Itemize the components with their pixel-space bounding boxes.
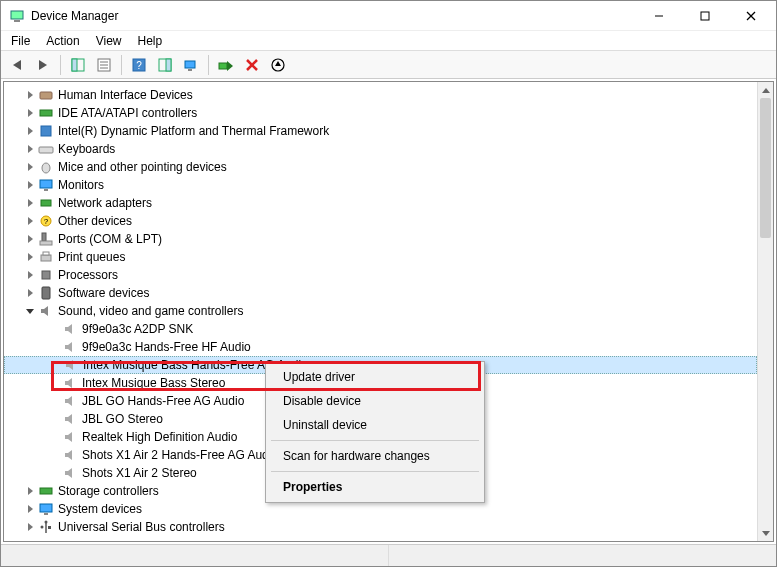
ctx-uninstall-device[interactable]: Uninstall device bbox=[269, 413, 481, 437]
ports-icon bbox=[38, 231, 54, 247]
svg-rect-29 bbox=[40, 180, 52, 188]
scan-hardware-button[interactable] bbox=[179, 53, 203, 77]
expand-icon[interactable] bbox=[24, 125, 36, 137]
update-driver-button[interactable] bbox=[266, 53, 290, 77]
scrollbar-track[interactable] bbox=[758, 98, 773, 525]
speaker-icon bbox=[63, 357, 79, 373]
svg-rect-30 bbox=[44, 189, 48, 191]
menu-file[interactable]: File bbox=[3, 32, 38, 50]
expand-icon[interactable] bbox=[24, 233, 36, 245]
expand-icon[interactable] bbox=[24, 269, 36, 281]
ctx-item-label: Properties bbox=[283, 480, 342, 494]
svg-marker-44 bbox=[65, 378, 72, 388]
svg-point-28 bbox=[42, 163, 50, 173]
tree-item-label: Mice and other pointing devices bbox=[58, 160, 227, 174]
enable-device-button[interactable] bbox=[214, 53, 238, 77]
tree-item-label: 9f9e0a3c A2DP SNK bbox=[82, 322, 193, 336]
svg-rect-25 bbox=[40, 110, 52, 116]
svg-text:?: ? bbox=[44, 217, 49, 226]
ctx-update-driver[interactable]: Update driver bbox=[269, 365, 481, 389]
uninstall-device-button[interactable] bbox=[240, 53, 264, 77]
tree-item-hid[interactable]: Human Interface Devices bbox=[4, 86, 757, 104]
svg-marker-43 bbox=[66, 360, 73, 370]
action-pane-button[interactable] bbox=[153, 53, 177, 77]
tree-item-software[interactable]: Software devices bbox=[4, 284, 757, 302]
expand-icon[interactable] bbox=[24, 161, 36, 173]
scrollbar-thumb[interactable] bbox=[760, 98, 771, 238]
tree-item-processors[interactable]: Processors bbox=[4, 266, 757, 284]
ctx-item-label: Update driver bbox=[283, 370, 355, 384]
vertical-scrollbar[interactable] bbox=[757, 82, 773, 541]
expand-icon[interactable] bbox=[24, 251, 36, 263]
tree-item-label: Processors bbox=[58, 268, 118, 282]
tree-item-label: JBL GO Hands-Free AG Audio bbox=[82, 394, 244, 408]
tree-item-usb[interactable]: Universal Serial Bus controllers bbox=[4, 518, 757, 536]
tree-item-other[interactable]: ? Other devices bbox=[4, 212, 757, 230]
expand-icon[interactable] bbox=[24, 485, 36, 497]
tree-item-keyboards[interactable]: Keyboards bbox=[4, 140, 757, 158]
scroll-down-button[interactable] bbox=[758, 525, 773, 541]
tree-item-intel[interactable]: Intel(R) Dynamic Platform and Thermal Fr… bbox=[4, 122, 757, 140]
svg-rect-31 bbox=[41, 200, 51, 206]
expand-icon[interactable] bbox=[24, 107, 36, 119]
svg-rect-18 bbox=[219, 63, 227, 69]
tree-item-print[interactable]: Print queues bbox=[4, 248, 757, 266]
expand-icon[interactable] bbox=[24, 89, 36, 101]
help-button[interactable]: ? bbox=[127, 53, 151, 77]
expand-icon[interactable] bbox=[24, 179, 36, 191]
toolbar-separator bbox=[121, 55, 122, 75]
svg-rect-27 bbox=[39, 147, 53, 153]
statusbar bbox=[1, 544, 776, 566]
expand-icon[interactable] bbox=[24, 287, 36, 299]
show-hide-console-button[interactable] bbox=[66, 53, 90, 77]
svg-point-55 bbox=[41, 526, 44, 529]
svg-marker-42 bbox=[65, 342, 72, 352]
svg-marker-23 bbox=[275, 61, 281, 66]
tree-item-mice[interactable]: Mice and other pointing devices bbox=[4, 158, 757, 176]
ctx-scan-hardware[interactable]: Scan for hardware changes bbox=[269, 444, 481, 468]
tree-item-a2dp[interactable]: 9f9e0a3c A2DP SNK bbox=[4, 320, 757, 338]
speaker-icon bbox=[62, 339, 78, 355]
menu-help[interactable]: Help bbox=[130, 32, 171, 50]
expand-icon[interactable] bbox=[24, 503, 36, 515]
software-icon bbox=[38, 285, 54, 301]
svg-rect-24 bbox=[40, 92, 52, 99]
ctx-item-label: Uninstall device bbox=[283, 418, 367, 432]
tree-item-sound[interactable]: Sound, video and game controllers bbox=[4, 302, 757, 320]
tree-item-ports[interactable]: Ports (COM & LPT) bbox=[4, 230, 757, 248]
tree-item-label: Human Interface Devices bbox=[58, 88, 193, 102]
maximize-button[interactable] bbox=[682, 1, 728, 31]
tree-item-network[interactable]: Network adapters bbox=[4, 194, 757, 212]
back-button[interactable] bbox=[5, 53, 29, 77]
scroll-up-button[interactable] bbox=[758, 82, 773, 98]
tree-item-label: Monitors bbox=[58, 178, 104, 192]
properties-button[interactable] bbox=[92, 53, 116, 77]
svg-rect-51 bbox=[40, 504, 52, 512]
printer-icon bbox=[38, 249, 54, 265]
menu-action[interactable]: Action bbox=[38, 32, 87, 50]
tree-item-label: JBL GO Stereo bbox=[82, 412, 163, 426]
collapse-icon[interactable] bbox=[24, 305, 36, 317]
expand-icon[interactable] bbox=[24, 521, 36, 533]
tree-item-monitors[interactable]: Monitors bbox=[4, 176, 757, 194]
forward-button[interactable] bbox=[31, 53, 55, 77]
tree-item-ide[interactable]: IDE ATA/ATAPI controllers bbox=[4, 104, 757, 122]
ctx-properties[interactable]: Properties bbox=[269, 475, 481, 499]
speaker-icon bbox=[62, 429, 78, 445]
expand-icon[interactable] bbox=[24, 197, 36, 209]
tree-item-label: Shots X1 Air 2 Stereo bbox=[82, 466, 197, 480]
tree-item-hfhf[interactable]: 9f9e0a3c Hands-Free HF Audio bbox=[4, 338, 757, 356]
speaker-icon bbox=[62, 447, 78, 463]
svg-marker-48 bbox=[65, 450, 72, 460]
ctx-disable-device[interactable]: Disable device bbox=[269, 389, 481, 413]
tree-item-label: Ports (COM & LPT) bbox=[58, 232, 162, 246]
expand-icon[interactable] bbox=[24, 143, 36, 155]
tree-item-label: Keyboards bbox=[58, 142, 115, 156]
svg-rect-17 bbox=[188, 69, 192, 71]
status-cell bbox=[1, 545, 389, 566]
close-button[interactable] bbox=[728, 1, 774, 31]
minimize-button[interactable] bbox=[636, 1, 682, 31]
expand-icon[interactable] bbox=[24, 215, 36, 227]
svg-rect-0 bbox=[11, 11, 23, 19]
menu-view[interactable]: View bbox=[88, 32, 130, 50]
